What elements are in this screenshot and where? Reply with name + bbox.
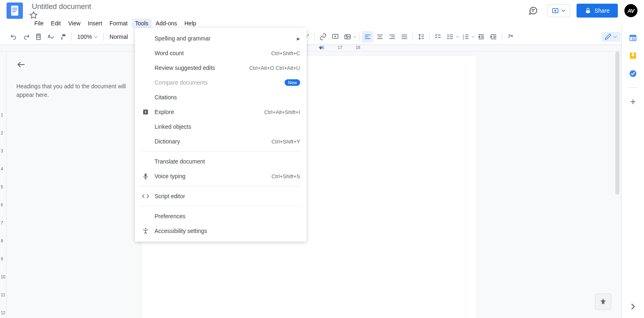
undo-button[interactable] [8,31,20,43]
document-title[interactable]: Untitled document [32,2,91,11]
calendar-icon[interactable]: 31 [629,34,637,42]
separator [314,33,315,41]
svg-text:3: 3 [462,37,464,40]
tools-item-spelling-and-grammar[interactable]: Spelling and grammar▶ [135,31,307,46]
menu-add-ons[interactable]: Add-ons [153,18,180,28]
insert-comment-button[interactable] [330,31,341,43]
chevron-down-icon [471,35,475,38]
svg-marker-52 [478,36,480,38]
menu-edit[interactable]: Edit [48,18,64,28]
title-bar: Untitled document Share AV [0,0,644,18]
insert-link-button[interactable] [317,31,329,43]
svg-rect-10 [37,37,40,39]
vruler-tick: 3 [1,149,3,153]
menu-view[interactable]: View [65,18,84,28]
menu-format[interactable]: Format [106,18,131,28]
svg-rect-11 [37,34,40,35]
menu-help[interactable]: Help [181,18,200,28]
submenu-arrow-icon: ▶ [297,36,300,41]
spellcheck-button[interactable]: A [45,31,56,43]
svg-rect-0 [11,6,18,16]
tools-menu-dropdown: Spelling and grammar▶Word countCtrl+Shif… [135,28,307,242]
outline-back-button[interactable] [16,60,26,69]
vruler-tick: 11 [1,293,5,297]
redo-button[interactable] [20,31,32,43]
shortcut-label: Ctrl+Shift+C [271,50,300,56]
vruler-tick: 10 [1,275,5,279]
tasks-icon[interactable] [629,69,637,78]
svg-rect-45 [465,36,468,37]
tools-item-review-suggested-edits[interactable]: Review suggested editsCtrl+Alt+O Ctrl+Al… [135,60,307,75]
tools-item-linked-objects[interactable]: Linked objects [135,119,307,134]
side-panel-expand-button[interactable] [630,303,636,310]
checklist-button[interactable] [432,31,444,43]
menu-item-label: Word count [155,50,271,56]
separator [413,33,413,41]
print-button[interactable] [33,31,44,43]
keep-icon[interactable] [629,52,637,60]
menu-separator [140,206,302,206]
vruler-tick: 1 [1,113,3,117]
add-addon-icon[interactable] [629,98,637,106]
zoom-select[interactable]: 100% [74,32,101,42]
bulleted-list-button[interactable] [444,31,459,43]
vruler-tick: 5 [1,185,3,189]
shortcut-label: Ctrl+Alt+Shift+I [264,109,300,115]
align-justify-button[interactable] [399,31,410,43]
svg-rect-37 [449,34,453,35]
explore-fab[interactable] [595,293,611,310]
decrease-indent-button[interactable] [476,31,487,43]
tools-item-script-editor[interactable]: Script editor [135,189,307,204]
avatar[interactable]: AV [624,4,637,17]
svg-text:T: T [508,34,511,39]
editing-mode-button[interactable] [601,32,620,42]
new-badge: New [285,79,300,86]
align-left-button[interactable] [362,31,373,43]
clear-formatting-button[interactable]: T [505,31,516,43]
vruler-tick: 12 [1,311,5,315]
menu-item-label: Compare documents [155,79,285,86]
menu-insert[interactable]: Insert [85,18,105,28]
vertical-ruler[interactable]: 123456789101112 [0,52,7,318]
tools-item-translate-document[interactable]: Translate document [135,154,307,169]
tools-item-word-count[interactable]: Word countCtrl+Shift+C [135,46,307,60]
menu-item-label: Citations [155,94,300,101]
separator [103,33,104,41]
svg-point-73 [145,228,146,229]
tools-item-voice-typing[interactable]: Voice typingCtrl+Shift+S [135,169,307,184]
tools-item-explore[interactable]: ExploreCtrl+Alt+Shift+I [135,105,307,119]
insert-image-button[interactable] [342,31,357,43]
tools-item-dictionary[interactable]: DictionaryCtrl+Shift+Y [135,134,307,149]
tools-item-accessibility-settings[interactable]: Accessibility settings [135,224,307,238]
right-indent-marker[interactable] [318,46,323,51]
svg-rect-1 [12,8,17,9]
docs-logo-icon[interactable] [7,2,23,19]
svg-text:31: 31 [631,37,635,41]
explore-icon [141,108,150,116]
vertical-scrollbar[interactable] [615,52,619,195]
shortcut-label: Ctrl+Alt+O Ctrl+Alt+U [249,65,300,71]
line-spacing-button[interactable] [415,31,427,43]
lock-icon [585,7,591,14]
align-center-button[interactable] [374,31,386,43]
comments-icon[interactable] [526,3,541,18]
share-button[interactable]: Share [577,4,618,18]
paragraph-style-select[interactable]: Normal [106,32,131,42]
menu-file[interactable]: File [31,18,47,28]
horizontal-ruler[interactable]: 89101112131415161718 [0,45,644,52]
ruler-tick: 17 [338,45,342,50]
vruler-tick: 7 [1,221,3,225]
outline-hint: Headings that you add to the document wi… [16,82,128,99]
tools-item-preferences[interactable]: Preferences [135,209,307,224]
paint-format-button[interactable] [57,31,69,43]
side-panel: 31 [621,28,644,318]
numbered-list-button[interactable]: 123 [460,31,475,43]
star-icon[interactable] [29,11,526,19]
menu-tools[interactable]: Tools [132,18,152,28]
tools-item-citations[interactable]: Citations [135,90,307,105]
separator [359,33,359,41]
align-right-button[interactable] [386,31,398,43]
present-button[interactable] [547,4,570,17]
svg-rect-3 [12,11,16,12]
increase-indent-button[interactable] [488,31,499,43]
